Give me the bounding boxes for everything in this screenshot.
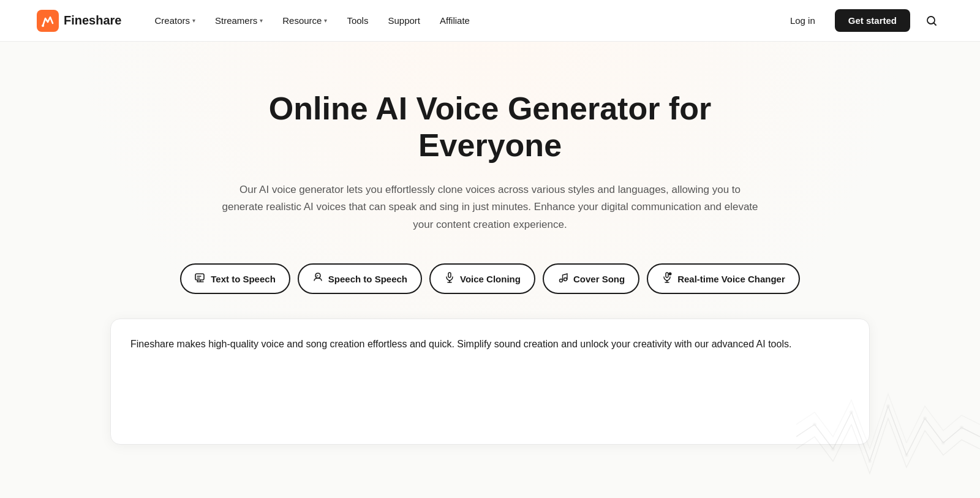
logo-text: Fineshare (64, 13, 121, 28)
chevron-down-icon: ▾ (192, 17, 195, 24)
nav-tools-label: Tools (347, 15, 368, 26)
text-to-speech-icon (195, 272, 206, 285)
nav-creators-label: Creators (154, 15, 190, 26)
nav-item-support[interactable]: Support (379, 10, 429, 31)
nav-item-resource[interactable]: Resource ▾ (274, 10, 336, 31)
svg-point-8 (669, 273, 672, 276)
tab-tts-label: Text to Speech (211, 274, 276, 284)
logo[interactable]: Fineshare (37, 10, 121, 32)
tabs-row: Text to Speech Speech to Speech (180, 263, 800, 294)
nav-item-tools[interactable]: Tools (338, 10, 377, 31)
content-area (110, 319, 870, 445)
tab-cover-song[interactable]: Cover Song (543, 263, 639, 294)
svg-rect-7 (666, 273, 668, 277)
login-button[interactable]: Log in (780, 10, 825, 31)
tab-cs-label: Cover Song (573, 274, 625, 284)
navbar: Fineshare Creators ▾ Streamers ▾ Resourc… (0, 0, 980, 42)
svg-rect-4 (448, 273, 451, 277)
voice-cloning-icon (444, 272, 455, 285)
tab-realtime-voice-changer[interactable]: Real-time Voice Changer (647, 263, 800, 294)
speech-to-speech-icon (312, 272, 323, 285)
logo-icon (37, 10, 59, 32)
get-started-button[interactable]: Get started (835, 9, 910, 32)
text-input[interactable] (111, 319, 869, 442)
realtime-voice-icon (662, 272, 673, 285)
nav-streamers-label: Streamers (215, 15, 257, 26)
hero-title: Online AI Voice Generator for Everyone (214, 91, 766, 164)
cover-song-icon (557, 272, 568, 285)
svg-point-5 (559, 279, 562, 282)
hero-section: Online AI Voice Generator for Everyone O… (0, 42, 980, 469)
search-button[interactable] (920, 9, 943, 32)
svg-point-1 (42, 25, 44, 27)
hero-subtitle: Our AI voice generator lets you effortle… (221, 181, 760, 235)
navbar-left: Fineshare Creators ▾ Streamers ▾ Resourc… (37, 10, 478, 32)
chevron-down-icon: ▾ (260, 17, 263, 24)
search-icon (925, 15, 938, 27)
svg-rect-3 (195, 274, 204, 280)
main-content: Online AI Voice Generator for Everyone O… (0, 42, 980, 469)
nav-support-label: Support (388, 15, 420, 26)
navbar-right: Log in Get started (780, 9, 943, 32)
nav-affiliate-label: Affiliate (440, 15, 470, 26)
nav-links: Creators ▾ Streamers ▾ Resource ▾ Tools … (146, 10, 478, 31)
tab-text-to-speech[interactable]: Text to Speech (180, 263, 290, 294)
nav-item-creators[interactable]: Creators ▾ (146, 10, 204, 31)
tab-rvc-label: Real-time Voice Changer (677, 274, 785, 284)
tab-speech-to-speech[interactable]: Speech to Speech (298, 263, 422, 294)
chevron-down-icon: ▾ (324, 17, 327, 24)
svg-point-6 (564, 278, 567, 281)
tab-vc-label: Voice Cloning (460, 274, 521, 284)
nav-resource-label: Resource (282, 15, 322, 26)
tab-sts-label: Speech to Speech (328, 274, 407, 284)
nav-item-affiliate[interactable]: Affiliate (431, 10, 478, 31)
nav-item-streamers[interactable]: Streamers ▾ (206, 10, 271, 31)
tab-voice-cloning[interactable]: Voice Cloning (429, 263, 535, 294)
